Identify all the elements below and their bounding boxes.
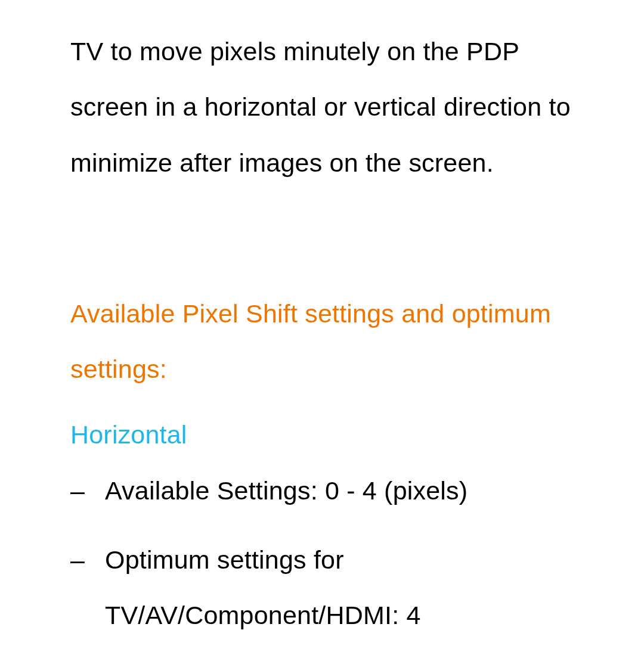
horizontal-label: Horizontal [70, 421, 602, 449]
available-settings-text: Available Settings: 0 - 4 (pixels) [105, 463, 467, 519]
section-heading: Available Pixel Shift settings and optim… [70, 286, 602, 398]
manual-page: TV to move pixels minutely on the PDP sc… [0, 0, 644, 658]
horizontal-settings-list: – Available Settings: 0 - 4 (pixels) – O… [70, 477, 602, 644]
list-item: – Optimum settings for TV/AV/Component/H… [70, 546, 602, 644]
list-item: – Available Settings: 0 - 4 (pixels) [70, 477, 602, 519]
bullet-dash-icon: – [70, 546, 105, 574]
optimum-settings-text: Optimum settings for TV/AV/Component/HDM… [105, 532, 602, 644]
bullet-dash-icon: – [70, 477, 105, 505]
intro-paragraph: TV to move pixels minutely on the PDP sc… [70, 24, 602, 191]
